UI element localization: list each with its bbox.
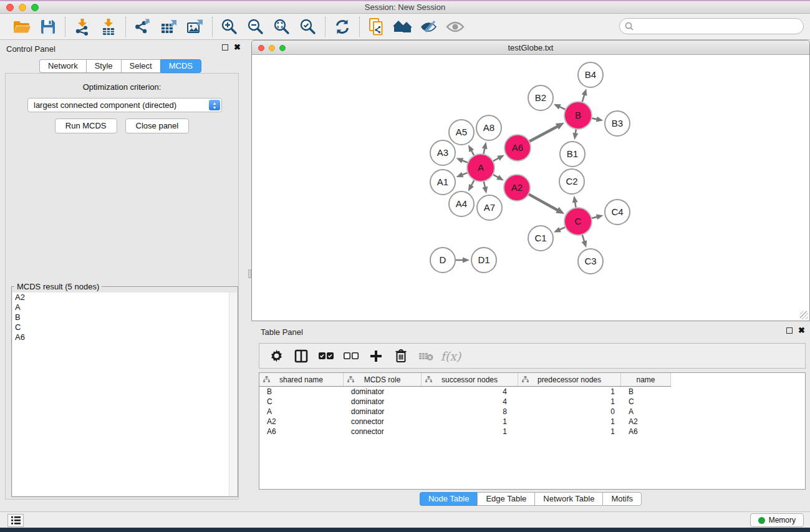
network-window-titlebar[interactable]: testGlobe.txt bbox=[252, 41, 809, 55]
column-header-predecessor-nodes[interactable]: predecessor nodes bbox=[518, 373, 621, 386]
graph-node-D1[interactable]: D1 bbox=[471, 248, 496, 273]
import-network-button[interactable] bbox=[70, 16, 94, 37]
home-button[interactable] bbox=[391, 16, 415, 37]
zoom-fit-button[interactable] bbox=[270, 16, 294, 37]
tab-mcds[interactable]: MCDS bbox=[160, 59, 201, 73]
graph-node-A4[interactable]: A4 bbox=[449, 191, 474, 216]
delete-row-button[interactable] bbox=[390, 346, 412, 366]
panel-divider-grip[interactable] bbox=[248, 269, 251, 278]
network-graph[interactable]: AA1A2A3A4A5A6A7A8BB1B2B3B4CC1C2C3C4DD1 bbox=[252, 55, 809, 321]
float-table-panel-icon[interactable] bbox=[786, 327, 793, 334]
graph-edge-B-B1[interactable] bbox=[572, 130, 578, 140]
graph-node-A6[interactable]: A6 bbox=[504, 135, 531, 161]
close-window-button[interactable] bbox=[6, 4, 14, 11]
tab-style[interactable]: Style bbox=[86, 59, 121, 73]
zoom-in-button[interactable] bbox=[218, 16, 241, 37]
graph-edge-A-A4[interactable] bbox=[468, 180, 474, 191]
graph-edge-C-C3[interactable] bbox=[582, 235, 587, 248]
column-header-shared-name[interactable]: shared name bbox=[259, 373, 344, 386]
graph-edge-D-D1[interactable] bbox=[456, 258, 470, 263]
graph-node-A3[interactable]: A3 bbox=[430, 140, 455, 165]
graph-edge-A-A8[interactable] bbox=[482, 142, 488, 154]
graph-edge-C-C1[interactable] bbox=[554, 227, 565, 233]
result-item-C[interactable]: C bbox=[12, 322, 237, 332]
graph-node-B4[interactable]: B4 bbox=[578, 62, 603, 87]
tab-network-table[interactable]: Network Table bbox=[534, 492, 602, 506]
settings-button[interactable] bbox=[266, 346, 287, 366]
graph-edge-C-C2[interactable] bbox=[572, 196, 578, 208]
window-resize-grip[interactable] bbox=[800, 311, 808, 319]
open-session-button[interactable] bbox=[10, 16, 34, 37]
table-row-A[interactable]: Adominator80A bbox=[259, 407, 805, 417]
graph-edge-A-A7[interactable] bbox=[482, 181, 488, 193]
copy-session-button[interactable] bbox=[365, 16, 388, 37]
add-row-button[interactable] bbox=[365, 346, 387, 366]
graph-node-C[interactable]: C bbox=[564, 208, 592, 235]
table-row-A2[interactable]: A2connector11A2 bbox=[259, 417, 805, 427]
tab-select[interactable]: Select bbox=[121, 59, 160, 73]
graph-edge-A2-C[interactable] bbox=[529, 195, 564, 214]
graph-edge-A-A5[interactable] bbox=[468, 145, 474, 155]
export-table-button[interactable] bbox=[157, 16, 181, 37]
split-panel-button[interactable] bbox=[291, 346, 312, 366]
hide-unselected-button[interactable] bbox=[417, 16, 441, 37]
graph-node-C4[interactable]: C4 bbox=[605, 200, 630, 225]
export-network-button[interactable] bbox=[131, 16, 155, 37]
memory-button[interactable]: Memory bbox=[750, 513, 804, 527]
close-panel-button[interactable]: Close panel bbox=[125, 118, 190, 133]
graph-node-C2[interactable]: C2 bbox=[559, 169, 584, 194]
run-mcds-button[interactable]: Run MCDS bbox=[55, 118, 117, 133]
show-all-button[interactable] bbox=[443, 16, 467, 37]
result-item-B[interactable]: B bbox=[12, 312, 237, 322]
save-session-button[interactable] bbox=[36, 16, 60, 37]
graph-edge-A-A2[interactable] bbox=[493, 175, 504, 180]
column-header-name[interactable]: name bbox=[621, 373, 671, 386]
graph-edge-B-B4[interactable] bbox=[582, 89, 587, 102]
graph-edge-A-A1[interactable] bbox=[456, 172, 468, 177]
column-header-MCDS-role[interactable]: MCDS role bbox=[344, 373, 422, 386]
graph-node-C1[interactable]: C1 bbox=[528, 226, 553, 251]
tab-network[interactable]: Network bbox=[39, 59, 86, 73]
graph-node-A2[interactable]: A2 bbox=[504, 175, 530, 201]
result-item-A6[interactable]: A6 bbox=[12, 332, 237, 342]
float-panel-icon[interactable] bbox=[222, 44, 228, 51]
graph-node-A[interactable]: A bbox=[467, 154, 494, 181]
import-table-button[interactable] bbox=[97, 16, 120, 37]
search-input[interactable] bbox=[619, 18, 804, 34]
result-scrollbar[interactable] bbox=[229, 293, 237, 496]
task-history-button[interactable] bbox=[7, 514, 24, 527]
export-image-button[interactable] bbox=[183, 16, 207, 37]
graph-node-D[interactable]: D bbox=[430, 248, 455, 273]
mcds-result-list[interactable]: A2ABCA6 bbox=[12, 293, 237, 496]
table-row-B[interactable]: Bdominator41B bbox=[259, 387, 805, 397]
zoom-out-button[interactable] bbox=[244, 16, 268, 37]
close-panel-icon[interactable]: ✖ bbox=[234, 44, 241, 51]
graph-node-A1[interactable]: A1 bbox=[430, 170, 455, 195]
result-item-A[interactable]: A bbox=[12, 302, 237, 312]
graph-edge-B-B3[interactable] bbox=[592, 117, 604, 122]
graph-node-B1[interactable]: B1 bbox=[560, 142, 585, 167]
tab-node-table[interactable]: Node Table bbox=[420, 492, 478, 506]
graph-node-A8[interactable]: A8 bbox=[476, 115, 501, 140]
graph-node-B[interactable]: B bbox=[564, 102, 592, 129]
table-row-A6[interactable]: A6connector11A6 bbox=[259, 427, 805, 437]
select-all-button[interactable] bbox=[316, 346, 337, 366]
minimize-window-button[interactable] bbox=[19, 4, 26, 11]
graph-edge-C-C4[interactable] bbox=[592, 214, 603, 220]
criterion-dropdown[interactable]: largest connected component (directed) ▲… bbox=[27, 98, 222, 112]
network-canvas[interactable]: AA1A2A3A4A5A6A7A8BB1B2B3B4CC1C2C3C4DD1 bbox=[252, 55, 809, 321]
tab-motifs[interactable]: Motifs bbox=[602, 492, 642, 506]
zoom-selected-button[interactable] bbox=[296, 16, 320, 37]
tab-edge-table[interactable]: Edge Table bbox=[477, 492, 534, 506]
close-table-panel-icon[interactable]: ✖ bbox=[798, 327, 805, 334]
deselect-all-button[interactable] bbox=[340, 346, 362, 366]
graph-node-C3[interactable]: C3 bbox=[578, 249, 603, 274]
graph-edge-A6-B[interactable] bbox=[529, 123, 564, 142]
graph-edge-A-A6[interactable] bbox=[493, 155, 504, 161]
graph-node-B3[interactable]: B3 bbox=[605, 111, 630, 136]
column-header-successor-nodes[interactable]: successor nodes bbox=[422, 373, 518, 386]
refresh-button[interactable] bbox=[330, 16, 354, 37]
graph-edge-A-A3[interactable] bbox=[456, 158, 467, 163]
graph-node-A7[interactable]: A7 bbox=[477, 195, 502, 220]
graph-node-A5[interactable]: A5 bbox=[449, 120, 474, 145]
